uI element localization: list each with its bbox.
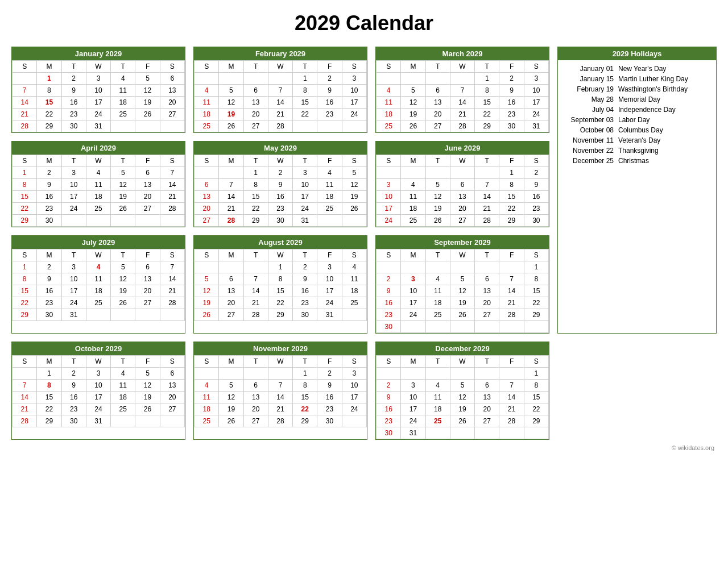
calendar-day: 19 bbox=[219, 109, 243, 120]
calendar-day: 19 bbox=[111, 285, 135, 297]
calendar-day: 12 bbox=[135, 380, 160, 392]
holiday-row: October 08Columbus Day bbox=[562, 125, 712, 135]
calendar-day bbox=[86, 215, 110, 227]
calendar-day: 18 bbox=[195, 403, 219, 415]
day-header: M bbox=[37, 155, 61, 167]
holiday-row: May 28Memorial Day bbox=[562, 94, 712, 105]
calendar-day: 6 bbox=[219, 273, 243, 285]
calendar-day: 17 bbox=[342, 97, 366, 109]
calendar-day: 1 bbox=[13, 167, 37, 179]
calendar-day bbox=[13, 73, 37, 85]
calendar-day: 23 bbox=[61, 403, 86, 415]
calendar-day: 16 bbox=[499, 97, 524, 109]
calendar-day: 3 bbox=[342, 73, 366, 85]
calendar-day: 13 bbox=[135, 273, 160, 285]
calendar-day: 7 bbox=[243, 273, 268, 285]
calendar-day bbox=[499, 427, 524, 439]
day-header: T bbox=[111, 249, 135, 261]
holiday-row: November 11Veteran's Day bbox=[562, 135, 712, 145]
calendar-day: 18 bbox=[195, 109, 219, 120]
calendar-day bbox=[135, 215, 160, 227]
calendar-day: 22 bbox=[524, 403, 548, 415]
month-header: February 2029 bbox=[194, 47, 367, 60]
calendar-day: 3 bbox=[86, 73, 110, 85]
calendar-day: 18 bbox=[342, 285, 366, 297]
calendar-day: 29 bbox=[37, 120, 61, 132]
calendar-day: 26 bbox=[342, 203, 366, 215]
calendar-day: 25 bbox=[111, 403, 135, 415]
calendar-day bbox=[524, 427, 548, 439]
day-header: W bbox=[450, 249, 474, 261]
calendar-day bbox=[401, 167, 425, 179]
calendar-day: 10 bbox=[401, 392, 425, 403]
calendar-day: 20 bbox=[135, 285, 160, 297]
day-header: M bbox=[401, 249, 425, 261]
day-header: F bbox=[317, 61, 342, 73]
calendar-day: 22 bbox=[475, 109, 499, 120]
calendar-day: 15 bbox=[499, 191, 524, 203]
page-title: 2029 Calendar bbox=[11, 11, 717, 35]
calendar-day: 9 bbox=[317, 85, 342, 97]
day-header: T bbox=[425, 155, 450, 167]
calendar-day: 26 bbox=[219, 415, 243, 427]
calendar-day bbox=[342, 309, 366, 321]
holiday-row: January 15Martin Luther King Day bbox=[562, 74, 712, 84]
calendar-day bbox=[377, 167, 401, 179]
calendar-day bbox=[243, 368, 268, 380]
calendar-day: 1 bbox=[243, 167, 268, 179]
calendar-day bbox=[425, 167, 450, 179]
calendar-day bbox=[268, 73, 292, 85]
calendar-day bbox=[475, 427, 499, 439]
calendar-day: 15 bbox=[13, 191, 37, 203]
calendar-day: 25 bbox=[425, 309, 450, 321]
calendar-day bbox=[450, 321, 474, 333]
calendar-day bbox=[499, 321, 524, 333]
calendar-day: 15 bbox=[13, 285, 37, 297]
holiday-name: Thanksgiving bbox=[618, 147, 659, 155]
calendar-day: 28 bbox=[160, 297, 184, 309]
holiday-row: December 25Christmas bbox=[562, 156, 712, 166]
calendar-day bbox=[111, 309, 135, 321]
calendar-day: 29 bbox=[475, 120, 499, 132]
calendar-day: 2 bbox=[61, 368, 86, 380]
calendar-day: 20 bbox=[160, 392, 184, 403]
calendar-day: 22 bbox=[499, 203, 524, 215]
calendar-day: 2 bbox=[268, 167, 292, 179]
calendar-day: 14 bbox=[160, 179, 184, 191]
day-header: S bbox=[524, 249, 548, 261]
holiday-date: January 15 bbox=[562, 75, 614, 83]
day-header: F bbox=[499, 249, 524, 261]
calendar-day: 9 bbox=[37, 179, 61, 191]
calendar-day: 30 bbox=[317, 415, 342, 427]
day-header: S bbox=[342, 356, 366, 368]
calendar-day: 12 bbox=[450, 392, 474, 403]
calendar-day bbox=[160, 215, 184, 227]
day-header: F bbox=[499, 155, 524, 167]
calendar-day: 20 bbox=[195, 203, 219, 215]
calendar-day: 11 bbox=[111, 380, 135, 392]
day-header: T bbox=[475, 61, 499, 73]
calendar-day: 5 bbox=[111, 167, 135, 179]
calendar-day: 24 bbox=[377, 215, 401, 227]
calendar-day: 16 bbox=[377, 297, 401, 309]
calendar-day: 5 bbox=[111, 261, 135, 273]
calendar-day: 16 bbox=[317, 97, 342, 109]
calendar-day: 20 bbox=[425, 109, 450, 120]
holiday-name: Martin Luther King Day bbox=[618, 75, 688, 83]
calendar-day: 7 bbox=[499, 380, 524, 392]
calendar-day: 10 bbox=[86, 85, 110, 97]
day-header: T bbox=[61, 61, 86, 73]
calendar-day: 6 bbox=[475, 380, 499, 392]
day-header: T bbox=[243, 155, 268, 167]
calendar-day: 1 bbox=[475, 73, 499, 85]
calendar-day: 3 bbox=[61, 167, 86, 179]
holiday-date: January 01 bbox=[562, 65, 614, 73]
calendar-day bbox=[475, 261, 499, 273]
calendar-day: 17 bbox=[86, 97, 110, 109]
calendar-day bbox=[243, 261, 268, 273]
calendar-day: 14 bbox=[243, 285, 268, 297]
day-header: S bbox=[377, 356, 401, 368]
calendar-day: 25 bbox=[111, 109, 135, 120]
calendar-day: 28 bbox=[243, 309, 268, 321]
day-header: M bbox=[219, 249, 243, 261]
